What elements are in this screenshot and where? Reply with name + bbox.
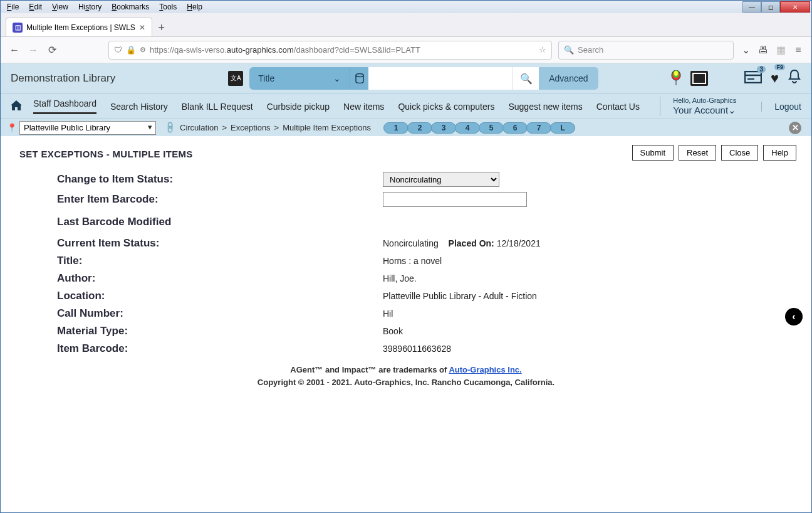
quick-pills: 1 2 3 4 5 6 7 L: [383, 122, 574, 134]
window-maximize-button[interactable]: ◻: [761, 1, 780, 13]
value-title: Horns : a novel: [383, 256, 793, 266]
os-menu: File Edit View History Bookmarks Tools H…: [2, 2, 207, 12]
search-icon: 🔍: [564, 45, 574, 55]
window-close-button[interactable]: ✕: [780, 1, 810, 13]
library-card-icon[interactable]: 3: [744, 71, 762, 86]
logout-link[interactable]: Logout: [761, 102, 801, 112]
lock-icon: 🔒: [126, 45, 136, 55]
page-footer: AGent™ and Impact™ are trademarks of Aut…: [19, 364, 793, 388]
print-icon[interactable]: 🖶: [757, 45, 769, 56]
value-current-status: Noncirculating Placed On: 12/18/2021: [383, 238, 793, 248]
os-menu-history[interactable]: History: [73, 2, 107, 12]
value-placed-on: 12/18/2021: [497, 238, 541, 248]
os-menu-tools[interactable]: Tools: [154, 2, 182, 12]
os-titlebar: File Edit View History Bookmarks Tools H…: [1, 1, 811, 13]
nav-staff-dashboard[interactable]: Staff Dashboard: [33, 98, 96, 114]
favorites-icon[interactable]: ♥F9: [771, 70, 779, 87]
your-account-label: Your Account: [673, 105, 728, 115]
pill-3[interactable]: 3: [431, 122, 456, 134]
reset-button[interactable]: Reset: [679, 145, 716, 161]
crumb-exceptions[interactable]: Exceptions: [231, 123, 271, 132]
crumb-circulation[interactable]: Circulation: [180, 123, 218, 132]
account-menu[interactable]: Hello, Auto-Graphics Your Account⌄: [660, 97, 749, 116]
nav-curbside[interactable]: Curbside pickup: [267, 102, 330, 112]
label-location: Location:: [57, 290, 383, 302]
app-menu-icon[interactable]: ≡: [793, 45, 804, 56]
main-nav: Staff Dashboard Search History Blank ILL…: [1, 93, 811, 119]
footer-link[interactable]: Auto-Graphics Inc.: [449, 365, 521, 374]
home-icon[interactable]: [11, 100, 22, 113]
extension-icon[interactable]: ▦: [775, 44, 786, 56]
card-badge: 3: [757, 66, 766, 73]
pill-1[interactable]: 1: [383, 122, 409, 134]
nav-blank-ill[interactable]: Blank ILL Request: [182, 102, 253, 112]
pill-6[interactable]: 6: [502, 122, 528, 134]
os-menu-bookmarks[interactable]: Bookmarks: [107, 2, 154, 12]
value-material: Book: [383, 326, 793, 336]
library-select[interactable]: Platteville Public Library: [19, 121, 156, 135]
browser-tab[interactable]: ◫ Multiple Item Exceptions | SWLS ✕: [6, 18, 152, 36]
nav-quick-picks[interactable]: Quick picks & computers: [398, 102, 494, 112]
label-title: Title:: [57, 255, 383, 267]
reload-button[interactable]: ⟳: [46, 44, 58, 56]
chevron-down-icon: ⌄: [333, 73, 341, 83]
help-button[interactable]: Help: [763, 145, 796, 161]
tab-close-icon[interactable]: ✕: [139, 23, 145, 32]
browser-search-placeholder: Search: [578, 45, 603, 55]
svg-point-0: [356, 74, 363, 77]
address-bar[interactable]: 🛡 🔒 ⚙ https://qa-swls-verso.auto-graphic…: [108, 41, 552, 60]
nav-search-history[interactable]: Search History: [110, 102, 168, 112]
search-scope-select[interactable]: Title ⌄: [249, 67, 350, 90]
svg-point-4: [674, 71, 678, 76]
browser-toolbar: ← → ⟳ 🛡 🔒 ⚙ https://qa-swls-verso.auto-g…: [1, 37, 811, 63]
os-menu-view[interactable]: View: [47, 2, 73, 12]
balloon-icon[interactable]: [670, 70, 682, 87]
label-barcode: Item Barcode:: [57, 342, 383, 355]
nav-new-items[interactable]: New items: [343, 102, 384, 112]
pill-2[interactable]: 2: [407, 122, 432, 134]
status-select[interactable]: Noncirculating: [383, 172, 499, 187]
barcode-input[interactable]: [383, 192, 527, 207]
notifications-icon[interactable]: [788, 69, 801, 88]
os-menu-file[interactable]: File: [2, 2, 24, 12]
pocket-icon[interactable]: ⌄: [740, 44, 751, 56]
new-tab-button[interactable]: +: [152, 19, 171, 36]
translate-icon[interactable]: 文A: [228, 71, 243, 86]
close-panel-icon[interactable]: ✕: [789, 122, 801, 134]
close-button[interactable]: Close: [721, 145, 758, 161]
window-minimize-button[interactable]: —: [742, 1, 761, 13]
hello-text: Hello, Auto-Graphics: [673, 97, 736, 105]
label-placed-on: Placed On:: [449, 238, 494, 248]
url-text: https://qa-swls-verso.auto-graphics.com/…: [150, 45, 535, 55]
pill-4[interactable]: 4: [455, 122, 480, 134]
advanced-search-button[interactable]: Advanced: [539, 67, 598, 90]
catalog-search-input[interactable]: [368, 67, 513, 90]
pill-7[interactable]: 7: [526, 122, 551, 134]
database-icon[interactable]: [350, 67, 368, 90]
scanner-icon[interactable]: [690, 71, 708, 86]
back-button[interactable]: ←: [8, 45, 21, 56]
catalog-search-button[interactable]: 🔍: [513, 67, 539, 90]
os-menu-help[interactable]: Help: [182, 2, 207, 12]
label-change-status: Change to Item Status:: [57, 173, 383, 186]
header-actions: 3 ♥F9: [670, 69, 801, 88]
library-name: Demonstration Library: [11, 72, 115, 85]
bookmark-star-icon[interactable]: ☆: [539, 45, 546, 55]
nav-suggest[interactable]: Suggest new items: [508, 102, 582, 112]
link-icon: 🔗: [163, 121, 177, 135]
crumb-multiple[interactable]: Multiple Item Exceptions: [283, 123, 371, 132]
submit-button[interactable]: Submit: [632, 145, 674, 161]
section-last-modified: Last Barcode Modified: [57, 216, 793, 228]
nav-contact[interactable]: Contact Us: [596, 102, 640, 112]
pill-5[interactable]: 5: [479, 122, 504, 134]
library-header: Demonstration Library 文A Title ⌄ 🔍 Advan…: [1, 63, 811, 93]
chevron-down-icon: ⌄: [728, 105, 736, 115]
forward-button[interactable]: →: [27, 45, 39, 56]
pill-l[interactable]: L: [550, 122, 575, 134]
expand-panel-icon[interactable]: ‹: [785, 308, 803, 325]
permissions-icon: ⚙: [140, 46, 146, 54]
os-menu-edit[interactable]: Edit: [24, 2, 47, 12]
browser-tabbar: ◫ Multiple Item Exceptions | SWLS ✕ +: [1, 13, 811, 37]
browser-search-input[interactable]: 🔍 Search: [558, 41, 734, 60]
label-call-number: Call Number:: [57, 307, 383, 320]
